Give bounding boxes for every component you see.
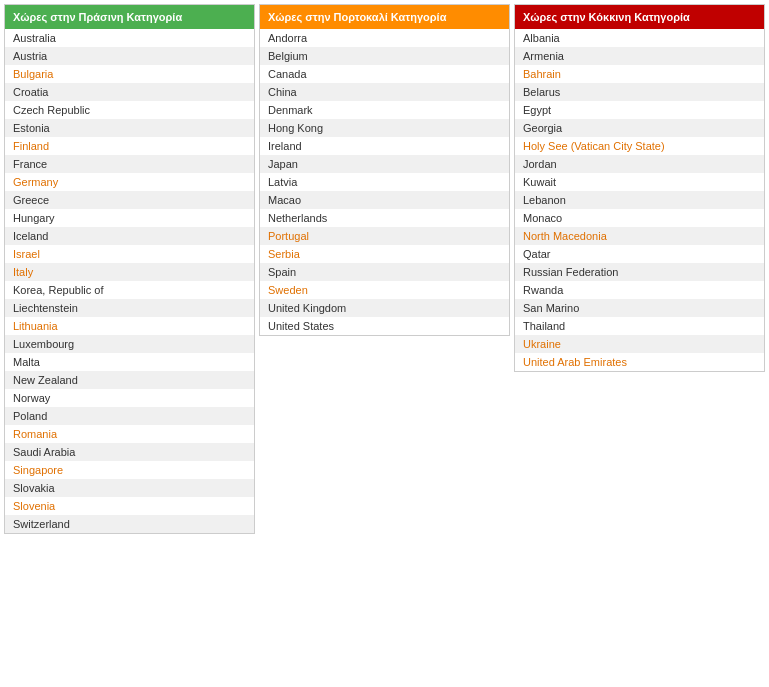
list-item: Korea, Republic of (5, 281, 254, 299)
list-item: Hong Kong (260, 119, 509, 137)
list-item: Ireland (260, 137, 509, 155)
list-item: United Arab Emirates (515, 353, 764, 371)
list-item: Japan (260, 155, 509, 173)
list-item: Saudi Arabia (5, 443, 254, 461)
list-item: Liechtenstein (5, 299, 254, 317)
list-item: Portugal (260, 227, 509, 245)
list-item: Spain (260, 263, 509, 281)
column-header-red: Χώρες στην Κόκκινη Κατηγορία (515, 5, 764, 29)
list-item: Sweden (260, 281, 509, 299)
list-item: Slovenia (5, 497, 254, 515)
list-item: United States (260, 317, 509, 335)
list-item: Qatar (515, 245, 764, 263)
list-item: Armenia (515, 47, 764, 65)
list-item: Estonia (5, 119, 254, 137)
list-item: Malta (5, 353, 254, 371)
list-item: Iceland (5, 227, 254, 245)
list-item: Switzerland (5, 515, 254, 533)
list-item: New Zealand (5, 371, 254, 389)
list-item: Austria (5, 47, 254, 65)
list-item: Holy See (Vatican City State) (515, 137, 764, 155)
list-item: San Marino (515, 299, 764, 317)
list-item: Lithuania (5, 317, 254, 335)
list-item: Egypt (515, 101, 764, 119)
list-item: Andorra (260, 29, 509, 47)
list-item: Albania (515, 29, 764, 47)
list-item: Czech Republic (5, 101, 254, 119)
list-item: Serbia (260, 245, 509, 263)
list-item: Netherlands (260, 209, 509, 227)
column-orange: Χώρες στην Πορτοκαλί ΚατηγορίαAndorraBel… (259, 4, 510, 336)
list-item: Belgium (260, 47, 509, 65)
list-item: Croatia (5, 83, 254, 101)
column-header-green: Χώρες στην Πράσινη Κατηγορία (5, 5, 254, 29)
list-item: Georgia (515, 119, 764, 137)
list-item: Macao (260, 191, 509, 209)
column-green: Χώρες στην Πράσινη ΚατηγορίαAustraliaAus… (4, 4, 255, 534)
list-item: Hungary (5, 209, 254, 227)
list-item: Latvia (260, 173, 509, 191)
list-item: Germany (5, 173, 254, 191)
list-item: Ukraine (515, 335, 764, 353)
columns-wrapper: Χώρες στην Πράσινη ΚατηγορίαAustraliaAus… (4, 4, 765, 534)
list-item: Bulgaria (5, 65, 254, 83)
list-item: France (5, 155, 254, 173)
list-item: Slovakia (5, 479, 254, 497)
list-item: Jordan (515, 155, 764, 173)
list-item: Monaco (515, 209, 764, 227)
list-item: Australia (5, 29, 254, 47)
list-item: Singapore (5, 461, 254, 479)
list-item: Norway (5, 389, 254, 407)
list-item: Finland (5, 137, 254, 155)
list-item: China (260, 83, 509, 101)
list-item: Israel (5, 245, 254, 263)
list-item: United Kingdom (260, 299, 509, 317)
list-item: Bahrain (515, 65, 764, 83)
list-item: Belarus (515, 83, 764, 101)
list-item: North Macedonia (515, 227, 764, 245)
column-red: Χώρες στην Κόκκινη ΚατηγορίαAlbaniaArmen… (514, 4, 765, 372)
list-item: Italy (5, 263, 254, 281)
column-header-orange: Χώρες στην Πορτοκαλί Κατηγορία (260, 5, 509, 29)
list-item: Poland (5, 407, 254, 425)
list-item: Romania (5, 425, 254, 443)
list-item: Thailand (515, 317, 764, 335)
list-item: Denmark (260, 101, 509, 119)
list-item: Canada (260, 65, 509, 83)
list-item: Greece (5, 191, 254, 209)
list-item: Luxembourg (5, 335, 254, 353)
list-item: Kuwait (515, 173, 764, 191)
list-item: Russian Federation (515, 263, 764, 281)
list-item: Rwanda (515, 281, 764, 299)
list-item: Lebanon (515, 191, 764, 209)
